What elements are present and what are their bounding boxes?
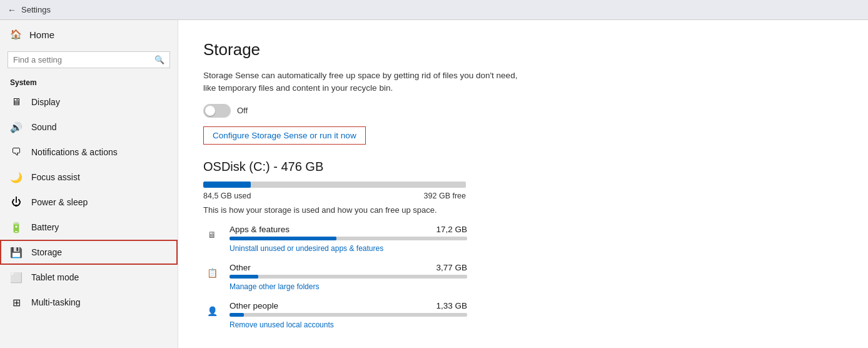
notifications-icon: 🗨	[10, 146, 23, 158]
toggle-knob	[205, 106, 215, 116]
other-body: Other 3,77 GB Manage other large folders	[230, 263, 843, 291]
main-layout: 🏠 Home 🔍 System 🖥 Display 🔊 Sound 🗨 Noti…	[0, 20, 868, 348]
apps-size: 17,2 GB	[436, 225, 467, 234]
sidebar-item-multitasking[interactable]: ⊞ Multi-tasking	[0, 290, 178, 315]
sidebar-item-focus[interactable]: 🌙 Focus assist	[0, 165, 178, 190]
display-icon: 🖥	[10, 96, 23, 108]
sidebar-item-label-focus: Focus assist	[31, 172, 80, 182]
disk-free-label: 392 GB free	[424, 192, 466, 200]
storage-items-list: 🖥 Apps & features 17,2 GB Uninstall unus…	[203, 225, 843, 329]
sidebar-item-tablet[interactable]: ⬜ Tablet mode	[0, 265, 178, 290]
sidebar-item-label-sound: Sound	[31, 122, 56, 132]
sidebar-item-battery[interactable]: 🔋 Battery	[0, 215, 178, 240]
home-icon: 🏠	[10, 29, 22, 40]
sidebar-item-label-notifications: Notifications & actions	[31, 147, 118, 157]
search-icon[interactable]: 🔍	[154, 55, 164, 64]
apps-bar	[230, 237, 467, 240]
other_people-size: 1,33 GB	[436, 301, 467, 310]
apps-sub-link[interactable]: Uninstall unused or undesired apps & fea…	[230, 244, 383, 253]
disk-stats: 84,5 GB used 392 GB free	[203, 192, 466, 200]
sidebar-home-label: Home	[29, 29, 54, 40]
toggle-row: Off	[203, 104, 843, 118]
search-input[interactable]	[13, 55, 151, 64]
sidebar-item-label-storage: Storage	[31, 247, 62, 257]
other_people-body: Other people 1,33 GB Remove unused local…	[230, 301, 843, 329]
other_people-bar	[230, 313, 467, 317]
disk-bar-used	[203, 182, 251, 188]
storage-item-other_people: 👤 Other people 1,33 GB Remove unused loc…	[203, 301, 843, 329]
disk-used-label: 84,5 GB used	[203, 192, 251, 200]
sidebar-item-home[interactable]: 🏠 Home	[0, 20, 178, 49]
title-bar: ← Settings	[0, 0, 868, 20]
sidebar-item-power[interactable]: ⏻ Power & sleep	[0, 190, 178, 215]
configure-storage-sense-link[interactable]: Configure Storage Sense or run it now	[203, 126, 366, 145]
other_people-sub-link[interactable]: Remove unused local accounts	[230, 320, 334, 329]
storage-icon: 💾	[10, 246, 23, 258]
sidebar-item-storage[interactable]: 💾 Storage	[0, 240, 178, 265]
battery-icon: 🔋	[10, 221, 23, 233]
storage-sense-toggle[interactable]	[203, 104, 231, 118]
sidebar-items-container: 🖥 Display 🔊 Sound 🗨 Notifications & acti…	[0, 90, 178, 315]
power-icon: ⏻	[10, 196, 23, 208]
disk-section-title: OSDisk (C:) - 476 GB	[203, 160, 843, 174]
sidebar-item-display[interactable]: 🖥 Display	[0, 90, 178, 115]
sidebar-item-label-tablet: Tablet mode	[31, 272, 79, 282]
sidebar-item-label-power: Power & sleep	[31, 197, 88, 207]
other-sub-link[interactable]: Manage other large folders	[230, 282, 319, 291]
sidebar-section-label: System	[0, 73, 178, 90]
sidebar-item-notifications[interactable]: 🗨 Notifications & actions	[0, 140, 178, 165]
other-bar	[230, 275, 467, 279]
page-title: Storage	[203, 40, 843, 59]
apps-label: Apps & features	[230, 225, 290, 234]
storage-sense-description: Storage Sense can automatically free up …	[203, 69, 528, 95]
apps-bar-fill	[230, 237, 336, 240]
content-area: Storage Storage Sense can automatically …	[178, 20, 868, 348]
apps-body: Apps & features 17,2 GB Uninstall unused…	[230, 225, 843, 253]
storage-item-apps: 🖥 Apps & features 17,2 GB Uninstall unus…	[203, 225, 843, 253]
disk-bar-container	[203, 182, 466, 188]
search-box: 🔍	[8, 51, 170, 68]
sidebar-item-label-display: Display	[31, 97, 60, 107]
other-size: 3,77 GB	[436, 263, 467, 272]
other-bar-fill	[230, 275, 258, 279]
sidebar-item-label-battery: Battery	[31, 222, 59, 232]
toggle-label: Off	[237, 106, 248, 115]
tablet-icon: ⬜	[10, 271, 23, 284]
sidebar: 🏠 Home 🔍 System 🖥 Display 🔊 Sound 🗨 Noti…	[0, 20, 178, 348]
other-header: Other 3,77 GB	[230, 263, 467, 272]
back-button[interactable]: ←	[8, 5, 16, 15]
other_people-label: Other people	[230, 301, 278, 310]
sound-icon: 🔊	[10, 121, 23, 133]
focus-icon: 🌙	[10, 171, 23, 183]
storage-item-other: 📋 Other 3,77 GB Manage other large folde…	[203, 263, 843, 291]
other_people-header: Other people 1,33 GB	[230, 301, 467, 310]
apps-header: Apps & features 17,2 GB	[230, 225, 467, 234]
other_people-bar-fill	[230, 313, 244, 317]
other_people-icon: 👤	[203, 302, 221, 320]
apps-icon: 🖥	[203, 226, 221, 243]
other-label: Other	[230, 263, 251, 272]
sidebar-item-label-multitasking: Multi-tasking	[31, 297, 81, 307]
disk-usage-description: This is how your storage is used and how…	[203, 205, 843, 215]
multitasking-icon: ⊞	[10, 296, 23, 309]
sidebar-item-sound[interactable]: 🔊 Sound	[0, 115, 178, 140]
title-bar-title: Settings	[21, 5, 51, 14]
other-icon: 📋	[203, 264, 221, 282]
